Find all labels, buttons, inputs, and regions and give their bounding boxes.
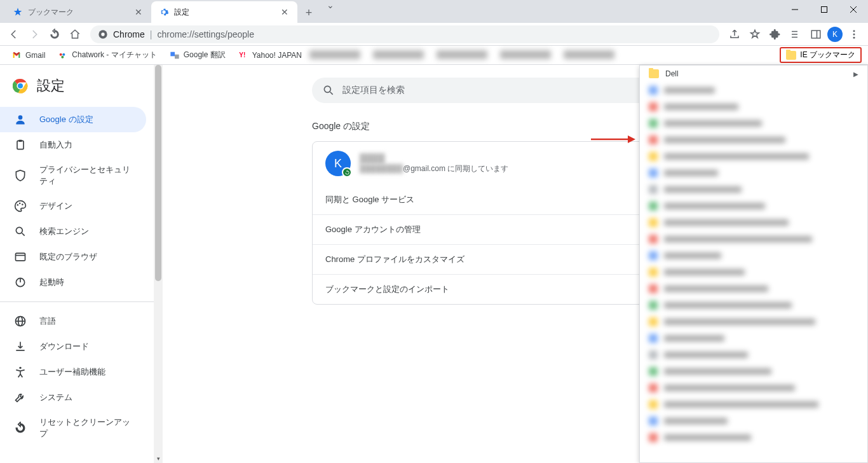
tab-title: 設定 <box>174 7 275 18</box>
svg-point-10 <box>853 36 855 38</box>
dropdown-item-blurred[interactable] <box>640 231 867 247</box>
scroll-down-icon[interactable]: ▾ <box>154 454 163 463</box>
tab-bookmarks[interactable]: ブックマーク ✕ <box>5 1 151 23</box>
bookmark-gtranslate[interactable]: Google 翻訳 <box>165 47 231 63</box>
sidebar-item-label: Google の設定 <box>39 114 93 125</box>
profile-name-blurred: ████ <box>360 153 631 163</box>
tab-search-caret[interactable]: ⌄ <box>318 0 343 10</box>
profile-avatar: K <box>325 151 351 176</box>
sidebar-item-shield[interactable]: プライバシーとセキュリティ <box>0 158 146 193</box>
svg-point-8 <box>853 30 855 32</box>
dropdown-item-blurred[interactable] <box>640 148 867 165</box>
profile-avatar-button[interactable]: K <box>827 27 843 42</box>
close-icon[interactable]: ✕ <box>280 7 290 17</box>
url-origin: Chrome <box>113 29 145 39</box>
close-icon[interactable]: ✕ <box>133 7 144 17</box>
sidebar-item-restore[interactable]: リセットとクリーンアップ <box>0 410 146 446</box>
dropdown-item-blurred[interactable] <box>640 132 867 148</box>
settings-header: 設定 <box>0 65 154 107</box>
forward-button[interactable] <box>25 25 43 43</box>
sync-badge-icon <box>342 167 352 177</box>
tab-strip: ブックマーク ✕ 設定 ✕ + <box>0 0 318 23</box>
dropdown-item-blurred[interactable] <box>640 363 867 380</box>
sidebar-item-search[interactable]: 検索エンジン <box>0 219 146 244</box>
sidebar-item-person[interactable]: Google の設定 <box>0 107 146 132</box>
clipboard-icon <box>14 139 27 151</box>
chrome-logo-icon <box>13 78 28 93</box>
search-icon <box>14 225 27 238</box>
dropdown-item-blurred[interactable] <box>640 214 867 231</box>
dropdown-item-blurred[interactable] <box>640 181 867 198</box>
svg-point-35 <box>19 367 21 369</box>
back-button[interactable] <box>5 25 23 43</box>
person-icon <box>14 113 27 126</box>
svg-rect-15 <box>175 54 179 59</box>
palette-icon <box>14 200 27 212</box>
svg-point-20 <box>18 115 23 120</box>
svg-point-25 <box>22 204 24 205</box>
dropdown-item-blurred[interactable] <box>640 99 867 115</box>
sidebar-item-palette[interactable]: デザイン <box>0 193 146 219</box>
dropdown-item-blurred[interactable] <box>640 264 867 280</box>
reload-button[interactable] <box>46 25 64 43</box>
dropdown-item-blurred[interactable] <box>640 380 867 396</box>
shield-icon <box>14 169 27 182</box>
sidebar-scrollbar[interactable]: ▾ <box>154 65 163 463</box>
sidebar-item-accessibility[interactable]: ユーザー補助機能 <box>0 359 146 385</box>
translate-icon <box>170 50 180 60</box>
maximize-button[interactable] <box>810 0 839 19</box>
accessibility-icon <box>14 366 27 378</box>
share-icon[interactable] <box>726 25 743 43</box>
bookmark-folder-ie[interactable]: IE ブックマーク <box>780 47 862 63</box>
dropdown-item-blurred[interactable] <box>640 330 867 347</box>
sidebar-item-label: ダウンロード <box>39 341 89 352</box>
dropdown-item-blurred[interactable] <box>640 297 867 314</box>
close-window-button[interactable] <box>839 0 868 19</box>
dropdown-item-blurred[interactable] <box>640 429 867 446</box>
bookmark-gmail[interactable]: Gmail <box>6 48 50 63</box>
wrench-icon <box>14 391 27 404</box>
dropdown-item-blurred[interactable] <box>640 280 867 297</box>
menu-icon[interactable] <box>845 25 863 43</box>
sidebar-item-clipboard[interactable]: 自動入力 <box>0 132 146 158</box>
sidebar-item-download[interactable]: ダウンロード <box>0 334 146 359</box>
dropdown-item-blurred[interactable] <box>640 347 867 363</box>
dropdown-item-blurred[interactable] <box>640 314 867 330</box>
bookmarks-bar: Gmail Chatwork - マイチャット Google 翻訳 Y! Yah… <box>0 46 868 65</box>
svg-line-27 <box>22 233 25 236</box>
chrome-icon <box>98 29 108 39</box>
gmail-icon <box>11 50 22 60</box>
dropdown-item-blurred[interactable] <box>640 198 867 214</box>
sidebar-item-power[interactable]: 起動時 <box>0 270 146 295</box>
bookmark-chatwork[interactable]: Chatwork - マイチャット <box>53 47 161 63</box>
tab-settings[interactable]: 設定 ✕ <box>151 1 297 23</box>
dropdown-item-blurred[interactable] <box>640 115 867 132</box>
extensions-icon[interactable] <box>766 25 784 43</box>
dropdown-folder-dell[interactable]: Dell ▶ <box>640 66 867 82</box>
scrollbar-thumb[interactable] <box>155 65 161 281</box>
dropdown-item-blurred[interactable] <box>640 165 867 181</box>
sidebar-item-wrench[interactable]: システム <box>0 385 146 410</box>
bookmark-yahoo[interactable]: Y! Yahoo! JAPAN <box>233 48 307 63</box>
chatwork-icon <box>58 50 68 60</box>
side-panel-icon[interactable] <box>807 25 825 43</box>
home-button[interactable] <box>66 25 84 43</box>
sidebar-item-label: プライバシーとセキュリティ <box>39 164 132 187</box>
reading-list-icon[interactable] <box>787 25 804 43</box>
dropdown-item-blurred[interactable] <box>640 247 867 264</box>
sidebar-item-globe[interactable]: 言語 <box>0 308 146 334</box>
sidebar-item-label: ユーザー補助機能 <box>39 366 105 378</box>
sidebar-item-label: 自動入力 <box>39 139 72 151</box>
sidebar-item-label: 検索エンジン <box>39 226 89 237</box>
sidebar-item-browser[interactable]: 既定のブラウザ <box>0 244 146 270</box>
new-tab-button[interactable]: + <box>300 4 318 22</box>
svg-line-37 <box>330 92 333 95</box>
dropdown-item-blurred[interactable] <box>640 413 867 429</box>
minimize-button[interactable] <box>780 0 810 19</box>
power-icon <box>14 276 27 289</box>
bookmark-star-icon[interactable] <box>746 25 764 43</box>
download-icon <box>14 340 27 353</box>
address-bar[interactable]: Chrome | chrome://settings/people <box>90 25 719 43</box>
dropdown-item-blurred[interactable] <box>640 396 867 413</box>
dropdown-item-blurred[interactable] <box>640 82 867 99</box>
